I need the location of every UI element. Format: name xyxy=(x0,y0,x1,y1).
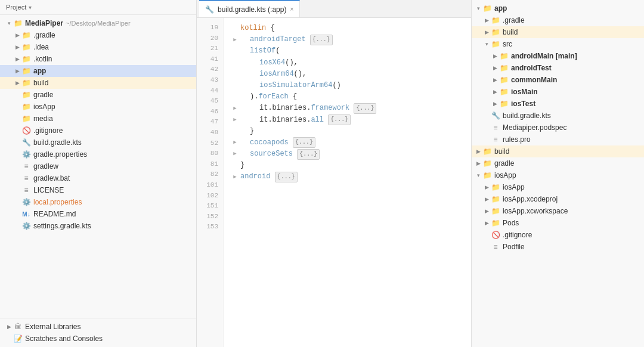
tree-item-gradlew[interactable]: ≡ gradlew xyxy=(0,160,196,172)
expand-153[interactable]: ▶ xyxy=(231,173,239,181)
app-arrow: ▶ xyxy=(13,67,21,75)
tree-item-gradle[interactable]: ▶ 📁 .gradle xyxy=(0,29,196,41)
tree-item-readme[interactable]: M↓ README.md xyxy=(0,208,196,220)
right-iosapp-root[interactable]: ▾ 📁 iosApp xyxy=(472,169,644,181)
right-androidmain-label: androidMain [main] xyxy=(511,52,577,60)
right-gradle[interactable]: ▶ 📁 .gradle xyxy=(472,14,644,26)
code-line-153: ▶ android {...} xyxy=(231,171,464,182)
sidebar-bottom: ▶ 🏛 External Libraries 📝 Scratches and C… xyxy=(0,318,196,347)
right-build-icon: 📁 xyxy=(491,27,500,37)
media-arrow xyxy=(13,114,21,123)
right-gradle-root-arrow: ▶ xyxy=(474,159,482,168)
right-gradle-icon: 📁 xyxy=(491,16,500,25)
tree-item-gitignore[interactable]: 🚫 .gitignore xyxy=(0,125,196,137)
iosapp-folder-icon: 📁 xyxy=(21,102,31,111)
right-podspec-label: Mediapiper.podspec xyxy=(503,123,566,132)
right-src-label: src xyxy=(503,40,512,48)
tree-item-build-gradle[interactable]: 🔧 build.gradle.kts xyxy=(0,137,196,148)
right-iosapp-sub-icon: 📁 xyxy=(491,182,500,192)
tree-item-scratches[interactable]: 📝 Scratches and Consoles xyxy=(0,333,196,345)
right-gitignore[interactable]: 🚫 .gitignore xyxy=(472,229,644,241)
right-androidmain[interactable]: ▶ 📁 androidMain [main] xyxy=(472,50,644,62)
readme-label: README.md xyxy=(33,210,76,218)
tab-close-button[interactable]: × xyxy=(290,6,293,13)
right-buildgradle[interactable]: 🔧 build.gradle.kts xyxy=(472,110,644,122)
tree-item-local-props[interactable]: ⚙️ local.properties xyxy=(0,196,196,208)
right-tree-app[interactable]: ▾ 📁 app xyxy=(472,2,644,14)
tree-item-idea[interactable]: ▶ 📁 .idea xyxy=(0,41,196,53)
right-pods[interactable]: ▶ 📁 Pods xyxy=(472,217,644,229)
code-editor[interactable]: kotlin { ▶ androidTarget {...} xyxy=(224,18,471,347)
gradle2-label: gradle xyxy=(33,91,53,99)
right-buildgradle-icon: 🔧 xyxy=(491,111,500,120)
right-podfile-icon: ≡ xyxy=(491,242,500,252)
right-gradle-root[interactable]: ▶ 📁 gradle xyxy=(472,157,644,169)
right-rulespro[interactable]: ≡ rules.pro xyxy=(472,134,644,145)
scratches-label: Scratches and Consoles xyxy=(25,334,103,343)
right-androidtest-icon: 📁 xyxy=(499,63,509,73)
tree-item-build[interactable]: ▶ 📁 build xyxy=(0,77,196,89)
expand-21[interactable]: ▶ xyxy=(231,36,239,44)
right-iostest[interactable]: ▶ 📁 iosTest xyxy=(472,98,644,110)
right-androidtest-arrow: ▶ xyxy=(491,64,499,72)
expand-48[interactable]: ▶ xyxy=(231,104,239,113)
right-androidmain-arrow: ▶ xyxy=(491,52,499,60)
app-label: app xyxy=(33,67,46,75)
project-header[interactable]: Project ▾ xyxy=(0,0,196,15)
tree-item-gradlew-bat[interactable]: ≡ gradlew.bat xyxy=(0,172,196,184)
right-xcworkspace-label: iosApp.xcworkspace xyxy=(503,207,568,215)
gradle-label: .gradle xyxy=(33,31,55,39)
tree-item-media[interactable]: 📁 media xyxy=(0,113,196,125)
right-build-root-label: build xyxy=(494,147,509,156)
tree-root-mediapiper[interactable]: ▾ 📁 MediaPiper ~/Desktop/MediaPiper xyxy=(0,17,196,29)
root-label: MediaPiper xyxy=(25,19,63,27)
right-src-arrow: ▾ xyxy=(482,40,491,48)
right-commonmain[interactable]: ▶ 📁 commonMain xyxy=(472,74,644,86)
kotlin-arrow: ▶ xyxy=(13,55,21,63)
local-props-icon: ⚙️ xyxy=(21,197,31,207)
right-sidebar: ▾ 📁 app ▶ 📁 .gradle ▶ 📁 build ▾ 📁 src ▶ … xyxy=(471,0,644,347)
right-podfile[interactable]: ≡ Podfile xyxy=(472,241,644,253)
tree-item-iosapp[interactable]: 📁 iosApp xyxy=(0,101,196,113)
project-tree: ▾ 📁 MediaPiper ~/Desktop/MediaPiper ▶ 📁 … xyxy=(0,15,196,318)
right-iosapp-sub[interactable]: ▶ 📁 iosApp xyxy=(472,181,644,193)
idea-arrow: ▶ xyxy=(13,43,21,51)
gradle-props-icon: ⚙️ xyxy=(21,150,31,159)
right-androidtest-label: androidTest xyxy=(511,64,552,72)
line-numbers: 19 20 21 41 42 43 44 45 46 47 48 52 80 8… xyxy=(197,18,224,347)
right-gitignore-label: .gitignore xyxy=(503,231,532,239)
settings-gradle-icon: ⚙️ xyxy=(21,221,31,231)
tree-item-settings[interactable]: ⚙️ settings.gradle.kts xyxy=(0,220,196,232)
right-iosmain-icon: 📁 xyxy=(499,87,509,97)
tree-item-app[interactable]: ▶ 📁 app xyxy=(0,65,196,77)
right-xcworkspace[interactable]: ▶ 📁 iosApp.xcworkspace xyxy=(472,205,644,217)
editor-tab[interactable]: 🔧 build.gradle.kts (:app) × xyxy=(199,0,300,17)
right-xcodeproj-icon: 📁 xyxy=(491,194,500,204)
tree-item-gradle2[interactable]: 📁 gradle xyxy=(0,89,196,101)
tree-item-gradle-props[interactable]: ⚙️ gradle.properties xyxy=(0,148,196,160)
expand-102[interactable]: ▶ xyxy=(231,150,239,159)
right-src[interactable]: ▾ 📁 src xyxy=(472,38,644,50)
right-iosmain-label: iosMain xyxy=(511,88,538,96)
right-iosmain[interactable]: ▶ 📁 iosMain xyxy=(472,86,644,98)
tree-item-license[interactable]: ≡ LICENSE xyxy=(0,184,196,196)
tree-item-external-libs[interactable]: ▶ 🏛 External Libraries xyxy=(0,321,196,333)
gitignore-icon: 🚫 xyxy=(21,126,31,135)
right-build[interactable]: ▶ 📁 build xyxy=(472,26,644,38)
right-podspec[interactable]: ≡ Mediapiper.podspec xyxy=(472,122,644,134)
right-gitignore-icon: 🚫 xyxy=(491,230,500,240)
right-iosapp-root-arrow: ▾ xyxy=(474,171,482,179)
right-androidtest[interactable]: ▶ 📁 androidTest xyxy=(472,62,644,74)
right-build-root[interactable]: ▶ 📁 build xyxy=(472,145,644,157)
ext-arrow: ▶ xyxy=(5,323,13,331)
expand-52[interactable]: ▶ xyxy=(231,116,239,124)
gradle2-folder-icon: 📁 xyxy=(21,90,31,100)
tree-item-kotlin[interactable]: ▶ 📁 .kotlin xyxy=(0,53,196,65)
iosapp-arrow xyxy=(13,103,21,111)
right-src-icon: 📁 xyxy=(491,39,500,49)
kotlin-label: .kotlin xyxy=(33,55,52,63)
right-xcodeproj[interactable]: ▶ 📁 iosApp.xcodeproj xyxy=(472,193,644,205)
right-rulespro-icon: ≡ xyxy=(491,135,500,144)
expand-82[interactable]: ▶ xyxy=(231,138,239,147)
right-iosapp-sub-label: iosApp xyxy=(503,183,525,191)
